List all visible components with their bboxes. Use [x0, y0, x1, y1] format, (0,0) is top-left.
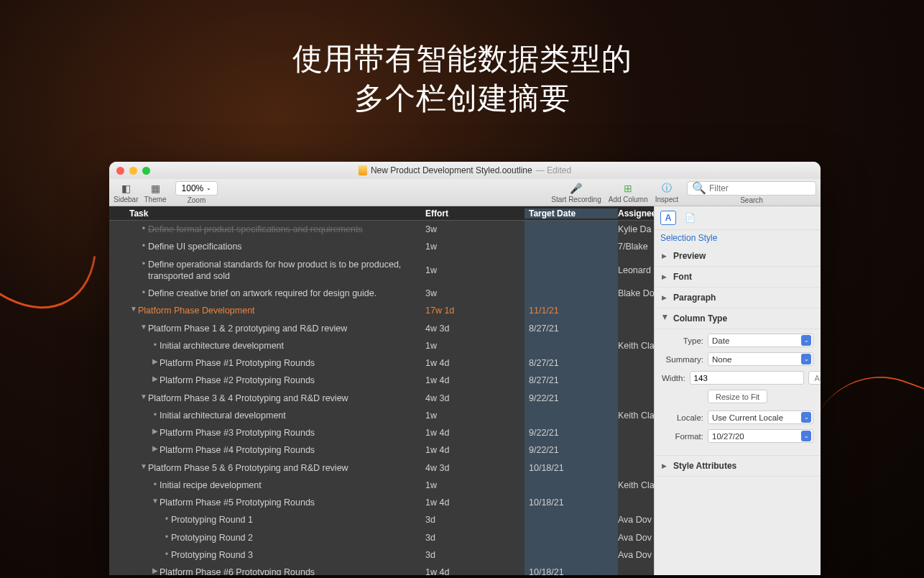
- task-cell[interactable]: •Define operational standards for how pr…: [109, 256, 425, 285]
- format-select[interactable]: 10/27/20⌄: [708, 429, 813, 443]
- date-cell[interactable]: [525, 221, 618, 238]
- task-cell[interactable]: ▼Platform Phase #5 Prototyping Rounds: [109, 494, 425, 511]
- outline-row[interactable]: •Prototyping Round 33dAva Dov: [109, 546, 654, 564]
- date-cell[interactable]: [525, 407, 618, 424]
- assignee-cell[interactable]: Leonard: [618, 265, 654, 275]
- task-cell[interactable]: •Prototyping Round 2: [109, 529, 425, 546]
- task-cell[interactable]: ▼Platform Phase Development: [109, 302, 425, 319]
- date-cell[interactable]: 8/27/21: [525, 354, 618, 372]
- search-input[interactable]: [709, 183, 811, 193]
- section-font[interactable]: ▶ Font: [655, 267, 821, 288]
- effort-cell[interactable]: 1w: [425, 480, 525, 490]
- outline-row[interactable]: •Define UI specifications1w7/Blake: [109, 238, 654, 255]
- resize-to-fit-button[interactable]: Resize to Fit: [708, 390, 767, 403]
- assignee-cell[interactable]: Keith Cla: [618, 341, 654, 351]
- outline-row[interactable]: •Define formal product specifications an…: [109, 221, 654, 238]
- date-cell[interactable]: [525, 529, 618, 546]
- task-cell[interactable]: ▶Platform Phase #4 Prototyping Rounds: [109, 441, 425, 459]
- outline-row[interactable]: •Prototyping Round 23dAva Dov: [109, 529, 654, 546]
- date-cell[interactable]: 9/22/21: [525, 424, 618, 441]
- task-cell[interactable]: •Initial architectural development: [109, 407, 425, 424]
- effort-cell[interactable]: 1w 4d: [425, 358, 525, 368]
- task-cell[interactable]: •Define formal product specifications an…: [109, 221, 425, 238]
- date-cell[interactable]: 10/18/21: [525, 564, 618, 575]
- column-header-task[interactable]: Task: [109, 208, 425, 219]
- sidebar-button[interactable]: ◧ Sidebar: [114, 182, 138, 203]
- task-cell[interactable]: ▼Platform Phase 1 & 2 prototyping and R&…: [109, 320, 425, 337]
- task-cell[interactable]: ▼Platform Phase 3 & 4 Prototyping and R&…: [109, 390, 425, 407]
- assignee-cell[interactable]: Ava Dov: [618, 550, 654, 560]
- task-cell[interactable]: •Prototyping Round 3: [109, 546, 425, 564]
- date-cell[interactable]: [525, 477, 618, 494]
- disclosure-expanded-icon[interactable]: ▼: [151, 497, 160, 505]
- summary-select[interactable]: None⌄: [708, 352, 813, 366]
- effort-cell[interactable]: 3w: [425, 288, 525, 298]
- width-input[interactable]: [690, 371, 804, 385]
- inspector-tab-text[interactable]: A: [660, 211, 676, 225]
- assignee-cell[interactable]: Ava Dov: [618, 533, 654, 543]
- date-cell[interactable]: 8/27/21: [525, 372, 618, 389]
- outline-row[interactable]: ▶Platform Phase #6 Prototyping Rounds1w …: [109, 564, 654, 575]
- locale-select[interactable]: Use Current Locale⌄: [708, 410, 813, 424]
- effort-cell[interactable]: 1w 4d: [425, 375, 525, 385]
- assignee-cell[interactable]: Ava Dov: [618, 515, 654, 525]
- task-cell[interactable]: ▶Platform Phase #1 Prototyping Rounds: [109, 354, 425, 372]
- disclosure-expanded-icon[interactable]: ▼: [139, 323, 148, 331]
- section-column-type[interactable]: ▶ Column Type: [655, 308, 821, 329]
- outline-row[interactable]: •Initial recipe development1wKeith Cla: [109, 477, 654, 494]
- section-style-attributes[interactable]: ▶ Style Attributes: [655, 455, 821, 477]
- date-cell[interactable]: 8/27/21: [525, 320, 618, 337]
- disclosure-expanded-icon[interactable]: ▼: [139, 393, 148, 400]
- effort-cell[interactable]: 1w: [425, 341, 525, 351]
- type-select[interactable]: Date⌄: [708, 334, 813, 347]
- theme-button[interactable]: ▦ Theme: [144, 182, 166, 203]
- column-header-target-date[interactable]: Target Date: [525, 208, 618, 219]
- outline-row[interactable]: ▶Platform Phase #3 Prototyping Rounds1w …: [109, 424, 654, 441]
- date-cell[interactable]: [525, 546, 618, 564]
- inspect-button[interactable]: ⓘ Inspect: [655, 182, 678, 203]
- assignee-cell[interactable]: Keith Cla: [618, 410, 654, 421]
- date-cell[interactable]: [525, 256, 618, 285]
- zoom-control[interactable]: 100% ⌄ Zoom: [175, 181, 218, 204]
- task-cell[interactable]: •Initial architecture development: [109, 337, 425, 354]
- disclosure-expanded-icon[interactable]: ▼: [129, 305, 138, 313]
- outline-row[interactable]: ▶Platform Phase #1 Prototyping Rounds1w …: [109, 354, 654, 372]
- effort-cell[interactable]: 1w: [425, 265, 525, 275]
- maximize-icon[interactable]: [142, 167, 150, 175]
- effort-cell[interactable]: 4w 3d: [425, 393, 525, 403]
- date-cell[interactable]: [525, 511, 618, 528]
- outline-row[interactable]: ▶Platform Phase #2 Prototyping Rounds1w …: [109, 372, 654, 389]
- column-header-effort[interactable]: Effort: [425, 208, 525, 219]
- disclosure-collapsed-icon[interactable]: ▶: [151, 375, 160, 382]
- effort-cell[interactable]: 3w: [425, 224, 525, 234]
- effort-cell[interactable]: 1w 4d: [425, 567, 525, 575]
- task-cell[interactable]: ▶Platform Phase #3 Prototyping Rounds: [109, 424, 425, 441]
- effort-cell[interactable]: 3d: [425, 550, 525, 560]
- effort-cell[interactable]: 4w 3d: [425, 463, 525, 473]
- task-cell[interactable]: •Prototyping Round 1: [109, 511, 425, 528]
- outline-row[interactable]: •Define creative brief on artwork requir…: [109, 285, 654, 302]
- assignee-cell[interactable]: 7/Blake: [618, 242, 654, 252]
- disclosure-collapsed-icon[interactable]: ▶: [151, 444, 160, 452]
- minimize-icon[interactable]: [129, 167, 137, 175]
- auto-button[interactable]: Auto: [808, 371, 821, 385]
- disclosure-collapsed-icon[interactable]: ▶: [151, 357, 160, 365]
- effort-cell[interactable]: 3d: [425, 515, 525, 525]
- date-cell[interactable]: 10/18/21: [525, 459, 618, 477]
- outline-row[interactable]: •Prototyping Round 13dAva Dov: [109, 511, 654, 528]
- date-cell[interactable]: [525, 238, 618, 255]
- inspector-tab-document[interactable]: 📄: [682, 211, 698, 225]
- task-cell[interactable]: •Initial recipe development: [109, 477, 425, 494]
- outline-row[interactable]: ▼Platform Phase 1 & 2 prototyping and R&…: [109, 320, 654, 337]
- task-cell[interactable]: ▼Platform Phase 5 & 6 Prototyping and R&…: [109, 459, 425, 477]
- effort-cell[interactable]: 1w 4d: [425, 445, 525, 455]
- assignee-cell[interactable]: Kylie Da: [618, 224, 654, 234]
- start-recording-button[interactable]: 🎤 Start Recording: [551, 182, 601, 203]
- outline-row[interactable]: ▼Platform Phase Development17w 1d11/1/21: [109, 302, 654, 319]
- add-column-button[interactable]: ⊞ Add Column: [609, 182, 648, 203]
- effort-cell[interactable]: 1w 4d: [425, 497, 525, 508]
- disclosure-collapsed-icon[interactable]: ▶: [151, 427, 160, 435]
- outline-row[interactable]: ▼Platform Phase 3 & 4 Prototyping and R&…: [109, 390, 654, 407]
- effort-cell[interactable]: 3d: [425, 533, 525, 543]
- disclosure-expanded-icon[interactable]: ▼: [139, 462, 148, 470]
